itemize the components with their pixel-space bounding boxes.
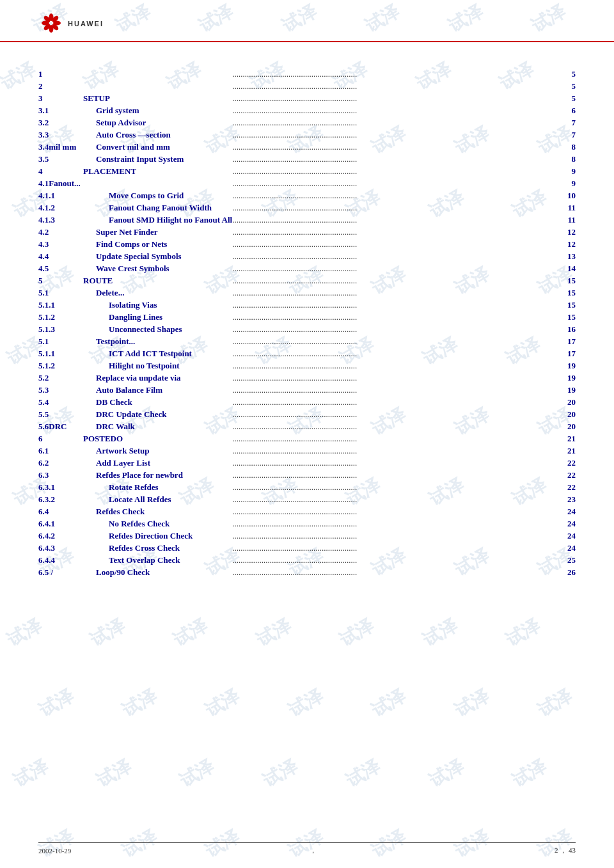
toc-entry-page: 11 xyxy=(558,214,576,226)
toc-entry-page: 17 xyxy=(558,347,576,359)
toc-entry-dots: ........................................… xyxy=(232,481,558,493)
toc-row: 5.3Auto Balance Film....................… xyxy=(38,384,576,396)
toc-row: 5.5DRC Update Check.....................… xyxy=(38,408,576,420)
toc-entry-dots: ........................................… xyxy=(232,396,558,408)
toc-entry-dots: ........................................… xyxy=(232,566,558,578)
toc-entry-title: Text Overlap Check xyxy=(83,554,232,566)
toc-entry-num: 6.3.2 xyxy=(38,493,83,505)
toc-entry-dots: ........................................… xyxy=(232,457,558,469)
toc-entry-page: 24 xyxy=(558,542,576,554)
toc-row: 3.2Setup Advisor........................… xyxy=(38,116,576,129)
toc-entry-page: 21 xyxy=(558,445,576,457)
toc-entry-page: 7 xyxy=(558,116,576,129)
toc-entry-dots: ........................................… xyxy=(232,262,558,274)
toc-entry-title: Auto Cross —section xyxy=(83,129,232,141)
toc-entry-dots: ........................................… xyxy=(232,311,558,323)
toc-entry-page: 21 xyxy=(558,432,576,445)
toc-entry-title: Fanout Chang Fanout Width xyxy=(83,201,232,214)
toc-entry-title: Artwork Setup xyxy=(83,445,232,457)
toc-entry-dots: ........................................… xyxy=(232,250,558,262)
footer-page: 2 ， 43 xyxy=(555,846,576,855)
toc-entry-num: 5.5 xyxy=(38,408,83,420)
toc-entry-dots: ........................................… xyxy=(232,445,558,457)
toc-entry-title: Rotate Refdes xyxy=(83,481,232,493)
toc-entry-num: 3.4mil mm xyxy=(38,141,83,153)
toc-entry-dots: ........................................… xyxy=(232,68,558,80)
toc-row: 5ROUTE..................................… xyxy=(38,274,576,287)
toc-entry-title: Wave Crest Symbols xyxy=(83,262,232,274)
toc-entry-page: 8 xyxy=(558,141,576,153)
toc-entry-title xyxy=(83,68,232,80)
toc-entry-page: 8 xyxy=(558,153,576,165)
toc-entry-dots: ........................................… xyxy=(232,359,558,372)
toc-entry-page: 11 xyxy=(558,201,576,214)
toc-entry-title: Grid system xyxy=(83,104,232,116)
main-content: 1.......................................… xyxy=(0,42,614,604)
toc-entry-title: DRC Walk xyxy=(83,420,232,432)
toc-row: 4.5Wave Crest Symbols...................… xyxy=(38,262,576,274)
toc-entry-page: 7 xyxy=(558,129,576,141)
toc-entry-dots: ........................................… xyxy=(232,335,558,347)
toc-entry-title: Refdes Direction Check xyxy=(83,530,232,542)
toc-row: 2.......................................… xyxy=(38,80,576,92)
toc-entry-page: 16 xyxy=(558,323,576,335)
toc-entry-title: No Refdes Check xyxy=(83,517,232,530)
toc-entry-num: 2 xyxy=(38,80,83,92)
toc-entry-num: 6.1 xyxy=(38,445,83,457)
toc-row: 5.2Replace via unpdate via..............… xyxy=(38,372,576,384)
toc-entry-title: Replace via unpdate via xyxy=(83,372,232,384)
toc-row: 6.4Refdes Check.........................… xyxy=(38,505,576,517)
toc-row: 6.2Add Layer List.......................… xyxy=(38,457,576,469)
toc-entry-page: 22 xyxy=(558,481,576,493)
toc-entry-page: 12 xyxy=(558,238,576,250)
toc-entry-title: Constraint Input System xyxy=(83,153,232,165)
toc-row: 5.1.2Dangling Lines.....................… xyxy=(38,311,576,323)
toc-row: 6POSTEDO................................… xyxy=(38,432,576,445)
toc-entry-page: 5 xyxy=(558,92,576,104)
toc-entry-dots: ........................................… xyxy=(232,554,558,566)
toc-entry-num: 3.1 xyxy=(38,104,83,116)
toc-entry-title: Locate All Refdes xyxy=(83,493,232,505)
toc-entry-num: 4.1.2 xyxy=(38,201,83,214)
footer-center: ， xyxy=(310,846,317,855)
toc-entry-title: Dangling Lines xyxy=(83,311,232,323)
toc-row: 6.3Refdes Place for newbrd..............… xyxy=(38,469,576,481)
toc-entry-title: DRC Update Check xyxy=(83,408,232,420)
toc-row: 3.4mil mmConvert mil and mm.............… xyxy=(38,141,576,153)
toc-row: 3.5Constraint Input System..............… xyxy=(38,153,576,165)
toc-entry-num: 3 xyxy=(38,92,83,104)
toc-row: 4.1Fanout...............................… xyxy=(38,177,576,189)
toc-entry-num: 3.3 xyxy=(38,129,83,141)
toc-entry-page: 15 xyxy=(558,287,576,299)
toc-entry-dots: ........................................… xyxy=(232,153,558,165)
toc-entry-dots: ........................................… xyxy=(232,542,558,554)
toc-entry-page: 19 xyxy=(558,384,576,396)
toc-entry-page: 20 xyxy=(558,396,576,408)
toc-entry-dots: ........................................… xyxy=(232,420,558,432)
toc-entry-page: 5 xyxy=(558,68,576,80)
toc-entry-dots: ........................................… xyxy=(232,299,558,311)
toc-entry-dots: ........................................… xyxy=(232,129,558,141)
toc-entry-num: 5.4 xyxy=(38,396,83,408)
toc-entry-title: Testpoint... xyxy=(83,335,232,347)
toc-entry-dots: ........................................… xyxy=(232,372,558,384)
toc-entry-title: Find Comps or Nets xyxy=(83,238,232,250)
toc-entry-num: 6.4.4 xyxy=(38,554,83,566)
toc-entry-title: Unconnected Shapes xyxy=(83,323,232,335)
toc-entry-page: 24 xyxy=(558,530,576,542)
toc-entry-dots: ........................................… xyxy=(232,189,558,201)
toc-entry-num: 5.1.2 xyxy=(38,311,83,323)
footer-date: 2002-10-29 xyxy=(38,847,71,855)
toc-entry-num: 6.5 / xyxy=(38,566,83,578)
toc-entry-num: 4.1.3 xyxy=(38,214,83,226)
toc-table: 1.......................................… xyxy=(38,68,576,578)
toc-entry-num: 4.1.1 xyxy=(38,189,83,201)
toc-entry-num: 6.4.2 xyxy=(38,530,83,542)
toc-entry-dots: ........................................… xyxy=(232,505,558,517)
toc-row: 5.6DRCDRC Walk..........................… xyxy=(38,420,576,432)
toc-row: 5.1Testpoint............................… xyxy=(38,335,576,347)
toc-row: 4.4Update Special Symbols...............… xyxy=(38,250,576,262)
toc-entry-page: 25 xyxy=(558,554,576,566)
toc-entry-num: 6 xyxy=(38,432,83,445)
toc-entry-dots: ........................................… xyxy=(232,201,558,214)
